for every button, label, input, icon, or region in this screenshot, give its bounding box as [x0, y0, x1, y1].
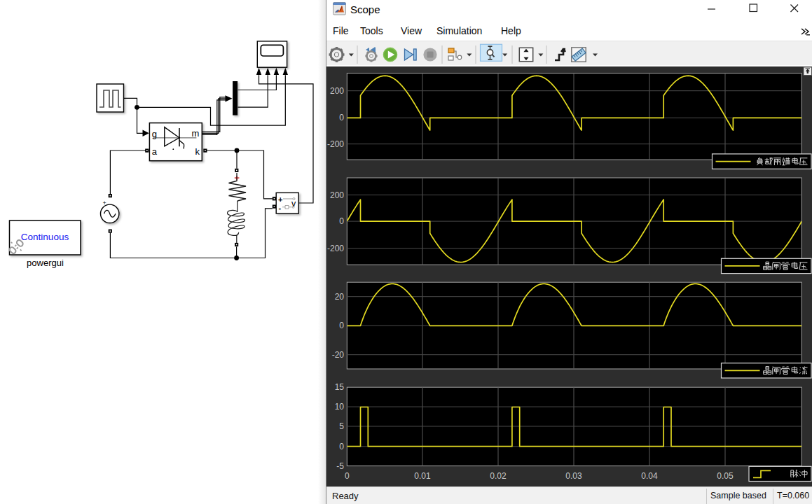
- svg-text:a: a: [152, 146, 158, 157]
- svg-text:0: 0: [339, 216, 344, 226]
- svg-text:-5: -5: [336, 461, 344, 471]
- svg-text:g: g: [152, 129, 157, 139]
- svg-text:-20: -20: [332, 350, 345, 360]
- svg-text:0: 0: [339, 442, 344, 451]
- svg-text:0.04: 0.04: [641, 471, 658, 481]
- svg-text:k: k: [195, 146, 200, 157]
- svg-text:0.01: 0.01: [414, 471, 431, 481]
- svg-text:Continuous: Continuous: [21, 232, 69, 242]
- svg-text:powergui: powergui: [27, 258, 64, 268]
- svg-text:0.02: 0.02: [490, 471, 507, 481]
- svg-text:0: 0: [339, 321, 344, 330]
- svg-text:v: v: [291, 199, 296, 209]
- svg-text:-200: -200: [327, 244, 344, 253]
- svg-text:0.05: 0.05: [717, 471, 734, 481]
- svg-text:200: 200: [330, 190, 344, 200]
- svg-text:0.03: 0.03: [565, 471, 582, 481]
- svg-text:200: 200: [330, 86, 344, 96]
- svg-text:10: 10: [335, 402, 345, 412]
- svg-text:m: m: [192, 128, 200, 139]
- svg-text:-: -: [279, 204, 282, 212]
- svg-text:+: +: [103, 200, 106, 206]
- svg-text:-200: -200: [327, 139, 344, 149]
- svg-text:15: 15: [335, 382, 345, 392]
- svg-text:20: 20: [335, 292, 345, 302]
- svg-text:0: 0: [345, 471, 350, 481]
- svg-text:+: +: [278, 195, 282, 204]
- svg-text:0: 0: [339, 113, 344, 122]
- svg-text:5: 5: [339, 421, 344, 431]
